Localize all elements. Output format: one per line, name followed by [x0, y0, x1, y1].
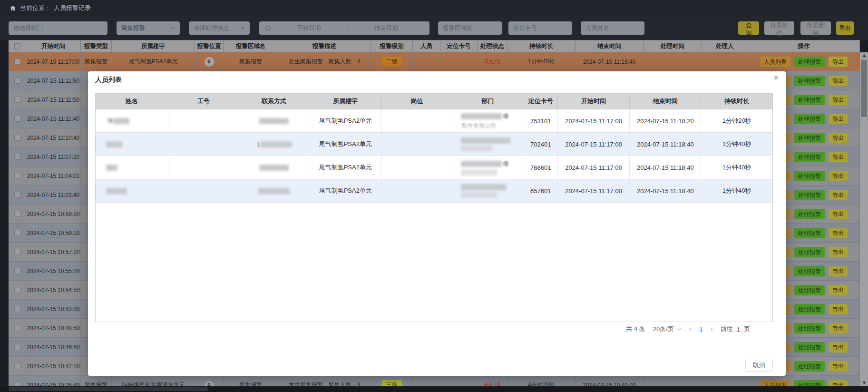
export-row-button[interactable]: 导出: [829, 76, 848, 86]
page-size-select[interactable]: 20条/页: [653, 325, 682, 333]
chevron-left-icon[interactable]: ‹: [689, 325, 692, 333]
cell-card-no: 753101: [524, 109, 558, 132]
export-row-button[interactable]: 导出: [829, 95, 848, 105]
cancel-button[interactable]: 取消: [745, 359, 773, 372]
row-checkbox[interactable]: [14, 249, 20, 255]
process-alarm-button[interactable]: 处理报警: [794, 114, 825, 124]
cell-end-time: 2024-07-15 11:18:40: [630, 133, 701, 156]
row-checkbox[interactable]: [14, 211, 20, 217]
row-checkbox[interactable]: [14, 135, 20, 141]
cell-contact: [239, 156, 310, 179]
process-alarm-button[interactable]: 处理报警: [794, 323, 825, 333]
export-row-button[interactable]: 导出: [829, 228, 848, 238]
scroll-up-button[interactable]: [860, 52, 868, 59]
export-row-button[interactable]: 导出: [829, 304, 848, 314]
cell-operations: 人员列表处理报警导出: [748, 52, 860, 71]
card-number-input[interactable]: [508, 21, 572, 35]
row-checkbox[interactable]: [14, 268, 20, 274]
location-pin-icon[interactable]: [205, 57, 214, 67]
cell-name: [96, 156, 168, 179]
alarm-type-select[interactable]: 聚集报警: [117, 21, 180, 35]
row-checkbox[interactable]: [14, 173, 20, 179]
row-checkbox[interactable]: [14, 344, 20, 350]
department-input[interactable]: [9, 21, 107, 35]
current-page[interactable]: 1: [699, 326, 702, 333]
export-row-button[interactable]: 导出: [829, 342, 848, 353]
process-alarm-button[interactable]: 处理报警: [794, 57, 825, 67]
close-icon[interactable]: ×: [773, 72, 779, 83]
scrollbar-thumb[interactable]: [861, 60, 867, 117]
export-row-button[interactable]: 导出: [829, 285, 848, 295]
process-alarm-button[interactable]: 处理报警: [794, 361, 825, 372]
process-alarm-button[interactable]: 处理报警: [794, 171, 825, 181]
column-header: 处理人: [702, 40, 748, 52]
breadcrumb-label: 当前位置：: [20, 4, 51, 12]
personnel-list-button[interactable]: 人员列表: [760, 57, 790, 67]
process-alarm-button[interactable]: 处理报警: [794, 228, 825, 238]
query-button[interactable]: 查询: [738, 21, 759, 35]
row-checkbox[interactable]: [14, 287, 20, 293]
cell-duration: 1分钟40秒: [701, 133, 772, 156]
column-header: 持续时长: [701, 94, 772, 109]
process-alarm-button[interactable]: 处理报警: [794, 209, 825, 219]
process-alarm-button[interactable]: 处理报警: [794, 342, 825, 353]
cell-building: 尾气制氢PSA2单元: [309, 109, 382, 132]
row-checkbox[interactable]: [14, 59, 20, 65]
row-checkbox[interactable]: [14, 97, 20, 103]
row-checkbox[interactable]: [14, 306, 20, 312]
export-row-button[interactable]: 导出: [829, 152, 848, 162]
process-alarm-button[interactable]: 处理报警: [794, 190, 825, 200]
cell-person: [413, 52, 440, 71]
goto-page-value[interactable]: 1: [737, 326, 740, 333]
process-alarm-button[interactable]: 处理报警: [794, 304, 825, 314]
export-row-button[interactable]: 导出: [829, 114, 848, 124]
status-select[interactable]: 选择处理状态: [189, 21, 250, 35]
cell-process-time: [644, 52, 702, 71]
scroll-down-button[interactable]: [860, 380, 868, 386]
export-row-button[interactable]: 导出: [829, 57, 848, 67]
process-alarm-button[interactable]: 处理报警: [794, 95, 825, 105]
cell-employee-no: [168, 133, 239, 156]
row-checkbox[interactable]: [14, 116, 20, 122]
horizontal-scrollbar-thumb[interactable]: [9, 387, 208, 391]
personnel-table: 姓名工号联系方式所属楼宇岗位部门定位卡号开始时间结束时间持续时长张尾气制氢PSA…: [95, 93, 773, 322]
export-row-button[interactable]: 导出: [829, 209, 848, 219]
personnel-row: 1尾气制氢PSA2单元7024012024-07-15 11:17:002024…: [96, 133, 772, 156]
export-row-button[interactable]: 导出: [829, 266, 848, 276]
export-row-button[interactable]: 导出: [829, 247, 848, 257]
area-name-input[interactable]: [438, 21, 502, 35]
column-header: 结束时间: [575, 40, 644, 52]
row-checkbox[interactable]: [14, 192, 20, 198]
batch-delete-button[interactable]: 批量删除: [800, 21, 831, 35]
process-alarm-button[interactable]: 处理报警: [794, 133, 825, 143]
export-row-button[interactable]: 导出: [829, 190, 848, 200]
export-row-button[interactable]: 导出: [829, 361, 848, 372]
cell-duration: 1分钟40秒: [701, 156, 772, 179]
cell-start-time: 2024-07-15 11:04:01: [26, 167, 81, 186]
department-line1: 修: [461, 112, 509, 120]
batch-process-button[interactable]: 批量处理: [764, 21, 794, 35]
vertical-scrollbar[interactable]: [860, 52, 868, 386]
process-alarm-button[interactable]: 处理报警: [794, 76, 825, 86]
row-checkbox[interactable]: [14, 78, 20, 84]
chevron-right-icon[interactable]: ›: [710, 325, 712, 333]
person-name-input[interactable]: [581, 21, 644, 35]
row-checkbox-cell: [9, 71, 26, 90]
date-range-picker[interactable]: 开始日期 - 结束日期: [259, 21, 429, 35]
process-alarm-button[interactable]: 处理报警: [794, 152, 825, 162]
process-alarm-button[interactable]: 处理报警: [794, 247, 825, 257]
cell-alarm-level: 二级: [371, 52, 413, 71]
export-row-button[interactable]: 导出: [829, 171, 848, 181]
row-checkbox[interactable]: [14, 363, 20, 369]
row-checkbox[interactable]: [14, 230, 20, 236]
process-alarm-button[interactable]: 处理报警: [794, 285, 825, 295]
horizontal-scrollbar[interactable]: [0, 386, 868, 392]
export-row-button[interactable]: 导出: [829, 133, 848, 143]
row-checkbox[interactable]: [14, 325, 20, 331]
column-header: 定位卡号: [440, 40, 478, 52]
process-alarm-button[interactable]: 处理报警: [794, 266, 825, 276]
row-checkbox[interactable]: [14, 154, 20, 160]
export-row-button[interactable]: 导出: [829, 323, 848, 333]
select-all-checkbox[interactable]: [14, 43, 20, 49]
export-button[interactable]: 导出: [836, 21, 854, 35]
